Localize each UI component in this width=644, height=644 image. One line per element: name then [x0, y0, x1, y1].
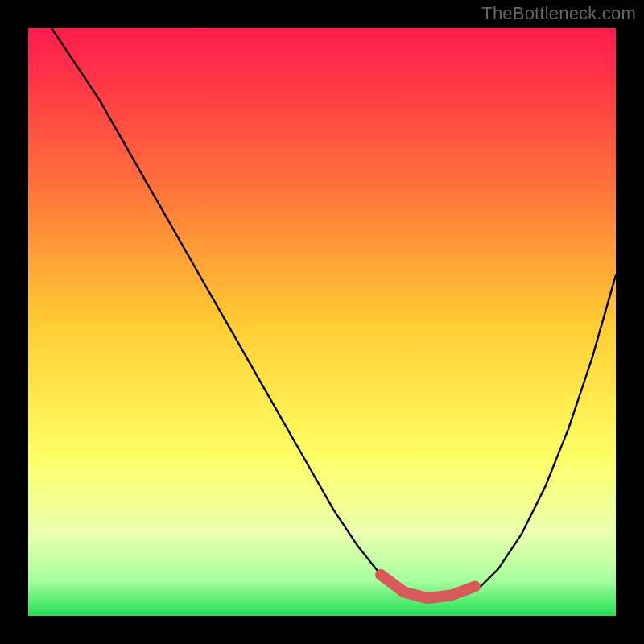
watermark-text: TheBottleneck.com: [481, 3, 636, 24]
gradient-background: [28, 28, 616, 616]
bottleneck-chart: [28, 28, 616, 616]
chart-frame: TheBottleneck.com: [0, 0, 644, 644]
